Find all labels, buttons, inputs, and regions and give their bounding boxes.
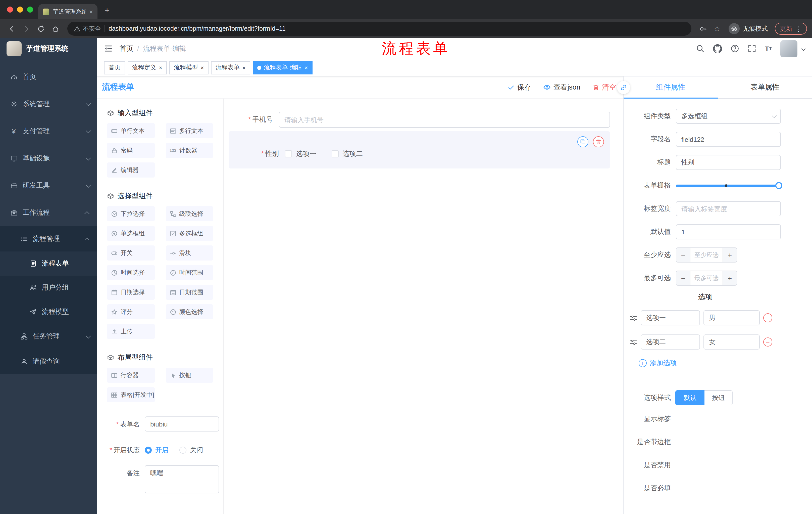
- breadcrumb-home[interactable]: 首页: [120, 44, 133, 53]
- copy-component-button[interactable]: [577, 136, 588, 147]
- default-value-input[interactable]: [676, 224, 781, 239]
- security-warning[interactable]: 不安全: [74, 24, 101, 33]
- tab-close-icon[interactable]: ×: [89, 8, 93, 15]
- sidebar-item-task-manage[interactable]: 任务管理: [0, 324, 97, 349]
- plus-button[interactable]: +: [723, 271, 736, 285]
- browser-tab[interactable]: 芋道管理系统 ×: [38, 4, 97, 19]
- status-radio-on[interactable]: 开启: [145, 445, 168, 455]
- component-date-picker[interactable]: 日期选择: [107, 285, 154, 300]
- component-counter[interactable]: 123 计数器: [166, 143, 213, 158]
- option-value-input[interactable]: [703, 334, 760, 350]
- window-minimize-button[interactable]: [17, 6, 23, 12]
- sidebar-item-infrastructure[interactable]: 基础设施: [0, 145, 97, 172]
- component-upload[interactable]: 上传: [107, 324, 154, 339]
- gender-checkbox-option1[interactable]: 选项一: [285, 150, 316, 158]
- user-avatar[interactable]: [780, 40, 798, 57]
- view-tag-process-form[interactable]: 流程表单 ×: [211, 61, 250, 74]
- sidebar-item-process-model[interactable]: 流程模型: [0, 300, 97, 324]
- back-icon[interactable]: [5, 22, 19, 35]
- search-icon[interactable]: [696, 44, 704, 53]
- drag-handle-icon[interactable]: [630, 314, 637, 322]
- sidebar-item-payment[interactable]: ¥ 支付管理: [0, 118, 97, 145]
- component-time-range[interactable]: 时间范围: [166, 265, 213, 280]
- view-tag-process-model[interactable]: 流程模型 ×: [169, 61, 208, 74]
- reload-icon[interactable]: [34, 22, 48, 35]
- drag-handle-icon[interactable]: [630, 338, 637, 346]
- component-select[interactable]: 下拉选择: [107, 206, 154, 221]
- gender-checkbox-option2[interactable]: 选项二: [331, 150, 363, 158]
- view-tag-form-edit[interactable]: 流程表单-编辑 ×: [253, 61, 313, 74]
- tab-form-props[interactable]: 表单属性: [718, 77, 812, 98]
- form-canvas[interactable]: 手机号: [224, 99, 623, 514]
- component-single-text[interactable]: 单行文本: [107, 123, 154, 138]
- component-password[interactable]: 密码: [107, 143, 154, 158]
- remove-option-icon[interactable]: [763, 337, 772, 347]
- tag-close-icon[interactable]: ×: [304, 64, 308, 71]
- view-tag-home[interactable]: 首页: [104, 61, 125, 74]
- address-bar[interactable]: 不安全 dashboard.yudao.iocoder.cn/bpm/manag…: [67, 22, 691, 36]
- option-label-input[interactable]: [641, 334, 700, 350]
- phone-field-row[interactable]: 手机号: [229, 112, 610, 128]
- slider-handle[interactable]: [775, 182, 782, 189]
- fullscreen-icon[interactable]: [748, 44, 756, 53]
- sidebar-item-user-group[interactable]: 用户分组: [0, 276, 97, 300]
- sidebar-item-process-form[interactable]: 流程表单: [0, 251, 97, 276]
- component-checkbox-group[interactable]: 多选框组: [166, 226, 213, 241]
- option-label-input[interactable]: [641, 310, 700, 325]
- component-editor[interactable]: 编辑器: [107, 162, 154, 178]
- status-radio-off[interactable]: 关闭: [179, 445, 203, 455]
- tag-close-icon[interactable]: ×: [159, 64, 162, 71]
- browser-menu-icon[interactable]: ⋮: [795, 25, 802, 32]
- menu-fold-icon[interactable]: [104, 44, 113, 53]
- form-grid-slider[interactable]: [676, 178, 781, 193]
- sidebar-item-home[interactable]: 首页: [0, 63, 97, 90]
- home-icon[interactable]: [49, 22, 62, 35]
- bookmark-star-icon[interactable]: ☆: [710, 22, 724, 35]
- component-slider[interactable]: 滑块: [166, 245, 213, 261]
- form-name-input[interactable]: [145, 416, 219, 432]
- sidebar-logo[interactable]: 芋道管理系统: [0, 38, 97, 59]
- sidebar-item-system[interactable]: 系统管理: [0, 90, 97, 118]
- component-cascader[interactable]: 级联选择: [166, 206, 213, 221]
- delete-component-button[interactable]: [593, 136, 604, 147]
- minus-button[interactable]: −: [676, 271, 690, 285]
- component-time-picker[interactable]: 时间选择: [107, 265, 154, 280]
- link-icon[interactable]: [617, 81, 630, 94]
- field-name-input[interactable]: [676, 132, 781, 147]
- save-button[interactable]: 保存: [508, 83, 531, 92]
- font-size-icon[interactable]: TT: [765, 45, 772, 53]
- component-switch[interactable]: 开关: [107, 245, 154, 261]
- option-style-default-button[interactable]: 默认: [676, 390, 704, 405]
- remove-option-icon[interactable]: [763, 313, 772, 322]
- window-close-button[interactable]: [7, 6, 13, 12]
- slider-track[interactable]: [676, 184, 781, 187]
- github-icon[interactable]: [713, 44, 722, 53]
- tag-close-icon[interactable]: ×: [242, 64, 246, 71]
- selected-component-gender[interactable]: 性别 选项一 选项二: [229, 131, 610, 168]
- forward-icon[interactable]: [20, 22, 33, 35]
- window-zoom-button[interactable]: [27, 6, 33, 12]
- component-table[interactable]: 表格[开发中]: [107, 387, 154, 402]
- clear-button[interactable]: 清空: [592, 83, 616, 92]
- component-date-range[interactable]: 日期范围: [166, 285, 213, 300]
- component-row-container[interactable]: 行容器: [107, 368, 154, 383]
- add-option-button[interactable]: 添加选项: [639, 359, 781, 368]
- option-style-button-button[interactable]: 按钮: [704, 390, 733, 405]
- view-json-button[interactable]: 查看json: [544, 83, 580, 92]
- max-select-placeholder[interactable]: 最多可选: [690, 271, 723, 285]
- minus-button[interactable]: −: [676, 248, 690, 262]
- component-button[interactable]: 按钮: [166, 368, 213, 383]
- title-input[interactable]: [676, 155, 781, 170]
- form-remark-textarea[interactable]: 嘿嘿: [145, 465, 219, 493]
- plus-button[interactable]: +: [723, 248, 736, 262]
- min-select-placeholder[interactable]: 至少应选: [690, 248, 723, 262]
- browser-update-button[interactable]: 更新 ⋮: [775, 23, 807, 35]
- component-radio-group[interactable]: 单选框组: [107, 226, 154, 241]
- sidebar-item-devtools[interactable]: 研发工具: [0, 172, 97, 199]
- view-tag-process-definition[interactable]: 流程定义 ×: [127, 61, 167, 74]
- phone-input[interactable]: [279, 112, 610, 128]
- sidebar-item-process-manage[interactable]: 流程管理: [0, 226, 97, 251]
- component-multi-text[interactable]: 多行文本: [166, 123, 213, 138]
- sidebar-item-workflow[interactable]: 工作流程: [0, 199, 97, 226]
- password-key-icon[interactable]: [696, 22, 709, 35]
